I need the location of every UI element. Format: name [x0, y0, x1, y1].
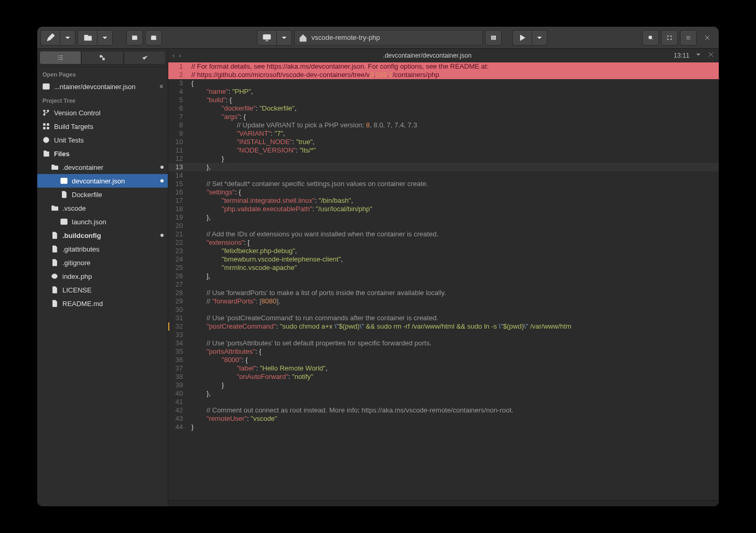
file-tree-item[interactable]: .buildconfig — [37, 229, 168, 242]
term-icon — [60, 177, 68, 184]
open-menu-button[interactable] — [97, 30, 113, 46]
tree-section-unit-tests[interactable]: Unit Tests — [37, 133, 168, 147]
line-number: 6 — [168, 104, 189, 113]
code-text: // Use 'forwardPorts' to make a list of … — [189, 289, 719, 297]
code-line[interactable]: 2// https://github.com/microsoft/vscode-… — [168, 71, 719, 79]
code-line[interactable]: 33 — [168, 331, 719, 339]
code-line[interactable]: 12 } — [168, 155, 719, 163]
line-number: 13 — [168, 163, 189, 171]
code-line[interactable]: 4 "name": "PHP", — [168, 88, 719, 96]
device-button[interactable] — [257, 30, 276, 46]
file-tree-item[interactable]: .devcontainer — [37, 160, 168, 174]
code-line[interactable]: 5 "build": { — [168, 96, 719, 104]
code-text: ], — [189, 272, 719, 280]
file-tree-item[interactable]: index.php — [37, 269, 168, 283]
open-page-item[interactable]: ...ntainer/devcontainer.json× — [37, 80, 168, 93]
code-line[interactable]: 8 // Update VARIANT to pick a PHP versio… — [168, 121, 719, 129]
code-line[interactable]: 22 "extensions": [ — [168, 238, 719, 247]
code-line[interactable]: 14 — [168, 171, 719, 180]
tests-icon — [42, 136, 50, 144]
code-line[interactable]: 34 // Use 'portsAttributes' to set defau… — [168, 339, 719, 347]
window-close-button[interactable] — [699, 30, 716, 46]
code-line[interactable]: 38 "onAutoForward": "notify" — [168, 373, 719, 381]
code-line[interactable]: 17 "terminal.integrated.shell.linux": "/… — [168, 197, 719, 205]
code-line[interactable]: 41 — [168, 398, 719, 406]
code-line[interactable]: 11 "NODE_VERSION": "lts/*" — [168, 146, 719, 155]
sidebar-view-todo-button[interactable] — [124, 51, 166, 64]
code-text: "build": { — [189, 96, 719, 104]
line-number: 38 — [168, 373, 189, 381]
sidebar-view-list-button[interactable] — [39, 51, 81, 64]
hamburger-menu-button[interactable] — [680, 30, 697, 46]
file-tree-item[interactable]: LICENSE — [37, 283, 168, 297]
code-line[interactable]: 16 "settings": { — [168, 188, 719, 197]
sidebar-view-tree-button[interactable] — [81, 51, 123, 64]
code-line[interactable]: 19 }, — [168, 213, 719, 222]
code-line[interactable]: 35 "portsAttributes": { — [168, 347, 719, 356]
code-line[interactable]: 6 "dockerfile": "Dockerfile", — [168, 104, 719, 113]
code-line[interactable]: 27 — [168, 280, 719, 289]
edit-button[interactable] — [40, 30, 60, 46]
toggle-bottom-panel-button[interactable] — [145, 30, 162, 46]
close-icon[interactable]: × — [159, 82, 164, 91]
code-line[interactable]: 20 — [168, 222, 719, 230]
tree-section-version-control[interactable]: Version Control — [37, 106, 168, 119]
code-editor[interactable]: 1// For format details, see https://aka.… — [168, 62, 719, 500]
omnibar[interactable]: vscode-remote-try-php — [294, 30, 483, 46]
file-tree-item[interactable]: .gitignore — [37, 256, 168, 269]
open-button[interactable] — [78, 30, 97, 46]
file-tree-item[interactable]: .vscode — [37, 201, 168, 215]
nav-forward-button[interactable]: › — [179, 52, 181, 59]
code-line[interactable]: 7 "args": { — [168, 113, 719, 121]
code-line[interactable]: 42 // Comment out connect as root instea… — [168, 406, 719, 415]
file-tree-item[interactable]: README.md — [37, 297, 168, 310]
code-line[interactable]: 37 "label": "Hello Remote World", — [168, 364, 719, 373]
code-line[interactable]: 1// For format details, see https://aka.… — [168, 62, 719, 71]
file-tree-item[interactable]: Dockerfile — [37, 188, 168, 201]
document-options-button[interactable] — [695, 51, 702, 60]
code-line[interactable]: 39 } — [168, 381, 719, 389]
tree-section-build-targets[interactable]: Build Targets — [37, 119, 168, 133]
line-number: 4 — [168, 88, 189, 96]
nav-back-button[interactable]: ‹ — [172, 52, 175, 59]
code-line[interactable]: 40 }, — [168, 389, 719, 398]
code-line[interactable]: 43 "remoteUser": "vscode" — [168, 415, 719, 423]
tree-section-files[interactable]: Files — [37, 147, 168, 160]
code-line[interactable]: 31 // Use 'postCreateCommand' to run com… — [168, 314, 719, 322]
code-line[interactable]: 25 "mrmlnc.vscode-apache" — [168, 264, 719, 272]
file-tree-item[interactable]: launch.json — [37, 215, 168, 229]
file-tree-item[interactable]: .gitattributes — [37, 242, 168, 256]
file-tree-item[interactable]: devcontainer.json — [37, 174, 168, 188]
code-line[interactable]: 32 "postCreateCommand": "sudo chmod a+x … — [168, 322, 719, 331]
code-line[interactable]: 36 "8000": { — [168, 356, 719, 364]
document-clock: 13:11 — [674, 52, 689, 59]
code-line[interactable]: 15 // Set *default* container specific s… — [168, 180, 719, 188]
search-button[interactable] — [642, 30, 659, 46]
tree-section-label: Unit Tests — [54, 136, 164, 144]
run-button[interactable] — [512, 30, 532, 46]
line-number: 33 — [168, 331, 189, 339]
device-menu-button[interactable] — [276, 30, 292, 46]
code-line[interactable]: 21 // Add the IDs of extensions you want… — [168, 230, 719, 238]
code-line[interactable]: 26 ], — [168, 272, 719, 280]
code-line[interactable]: 9 "VARIANT": "7", — [168, 129, 719, 138]
code-line[interactable]: 13 }, — [168, 163, 719, 171]
code-line[interactable]: 3{ — [168, 79, 719, 88]
toggle-left-panel-button[interactable] — [126, 30, 143, 46]
code-line[interactable]: 44} — [168, 423, 719, 431]
edit-menu-button[interactable] — [60, 30, 75, 46]
code-line[interactable]: 18 "php.validate.executablePath": "/usr/… — [168, 205, 719, 213]
project-tree-heading: Project Tree — [37, 93, 168, 106]
code-line[interactable]: 24 "bmewburn.vscode-intelephense-client"… — [168, 255, 719, 264]
fullscreen-button[interactable] — [661, 30, 678, 46]
code-line[interactable]: 29 // "forwardPorts": [8080], — [168, 297, 719, 306]
document-close-button[interactable] — [707, 51, 715, 60]
build-config-button[interactable] — [485, 30, 502, 46]
project-title: vscode-remote-try-php — [311, 34, 380, 41]
code-line[interactable]: 30 — [168, 306, 719, 314]
code-line[interactable]: 28 // Use 'forwardPorts' to make a list … — [168, 289, 719, 297]
code-line[interactable]: 23 "felixfbecker.php-debug", — [168, 247, 719, 255]
code-line[interactable]: 10 "INSTALL_NODE": "true", — [168, 138, 719, 146]
horizontal-scrollbar[interactable] — [168, 500, 719, 506]
run-menu-button[interactable] — [532, 30, 547, 46]
